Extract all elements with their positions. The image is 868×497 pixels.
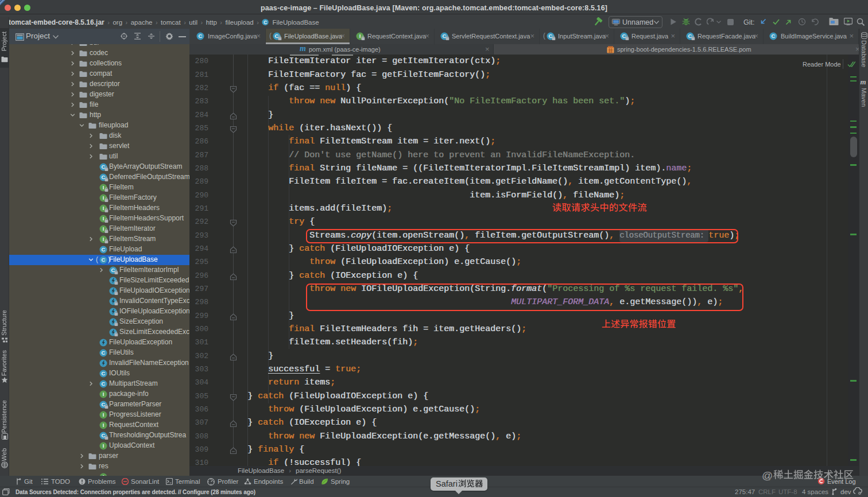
svg-text:I: I bbox=[103, 236, 104, 242]
svg-text:I: I bbox=[359, 33, 361, 39]
svg-text:C: C bbox=[102, 257, 106, 263]
svg-text:C: C bbox=[199, 33, 203, 39]
svg-text:I: I bbox=[103, 195, 104, 201]
svg-text:I: I bbox=[103, 215, 104, 222]
svg-text:C: C bbox=[102, 246, 106, 253]
svg-text:I: I bbox=[103, 411, 104, 418]
svg-text:C: C bbox=[102, 350, 106, 356]
svg-text:I: I bbox=[103, 442, 104, 449]
svg-text:C: C bbox=[102, 370, 106, 376]
svg-text:I: I bbox=[103, 391, 104, 397]
svg-text:C: C bbox=[264, 19, 268, 25]
svg-text:C: C bbox=[772, 33, 776, 39]
svg-text:I: I bbox=[103, 226, 104, 232]
svg-text:I: I bbox=[103, 422, 104, 428]
svg-text:C: C bbox=[102, 380, 106, 387]
svg-text:I: I bbox=[103, 205, 104, 211]
svg-text:I: I bbox=[103, 184, 104, 191]
